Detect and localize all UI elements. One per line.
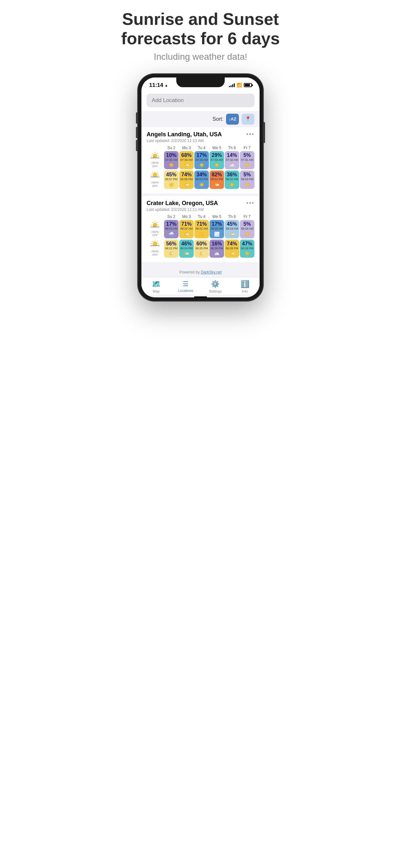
cell-weather-icon: ☀️	[244, 162, 250, 167]
location-header-0: Angels Landing, Utah, USA •••	[147, 131, 254, 138]
location-more-1[interactable]: •••	[246, 200, 254, 207]
forecast-cell-sunrise-1-3[interactable]: 17% 08:20 AM 🌫️	[210, 220, 224, 238]
forecast-cell-sunrise-1-1[interactable]: 71% 08:22 AM 🌤️	[179, 220, 194, 238]
locations-container: Angels Landing, Utah, USA ••• Last updat…	[142, 127, 259, 262]
cell-pct: 71%	[196, 221, 207, 227]
cell-pct: 17%	[166, 221, 176, 227]
tab-locations[interactable]: ☰ Locations	[171, 280, 201, 293]
info-icon: ℹ️	[241, 280, 249, 288]
forecast-cell-sunset-0-4[interactable]: 36% 06:02 PM ☀️	[225, 170, 239, 189]
locations-icon: ☰	[183, 280, 189, 288]
forecast-cell-sunrise-0-2[interactable]: 17% 07:33 AM ☀️	[194, 151, 209, 169]
phone-frame: 11:14 ▲ 📶 Sort:	[137, 73, 264, 302]
tab-info[interactable]: ℹ️ Info	[230, 280, 260, 293]
forecast-cell-sunset-1-2[interactable]: 60% 06:25 PM 🌤️	[194, 240, 209, 258]
cell-weather-icon: ☀️	[168, 182, 174, 187]
cell-weather-icon: ☀️	[199, 231, 204, 237]
forecast-cell-sunset-0-3[interactable]: 82% 06:01 PM 🌤️	[210, 170, 224, 189]
cell-weather-icon: 🌤️	[184, 231, 189, 237]
forecast-cell-sunset-1-0[interactable]: 56% 06:22 PM 🌤️	[164, 240, 179, 258]
cell-weather-icon: 🌤️	[214, 182, 220, 187]
cell-time: 06:25 PM	[195, 247, 208, 251]
forecast-cell-sunrise-1-4[interactable]: 45% 08:19 AM 🌤️	[225, 220, 239, 238]
forecast-cell-sunrise-1-2[interactable]: 71% 08:21 AM ☀️	[194, 220, 209, 238]
forecast-cell-sunrise-1-0[interactable]: 17% 08:24 AM 🌧️	[164, 220, 179, 238]
cell-time: 08:22 AM	[180, 227, 192, 231]
cell-time: 06:26 PM	[211, 247, 223, 251]
tab-bar: 🗺️ Map ☰ Locations ⚙️ Settings ℹ️ Info	[142, 277, 259, 294]
cell-pct: 60%	[196, 241, 207, 246]
forecast-cell-sunset-0-0[interactable]: 45% 05:57 PM ☀️	[164, 170, 179, 189]
cell-time: 06:28 PM	[226, 247, 238, 251]
search-input[interactable]	[147, 94, 254, 107]
cell-weather-icon: 🌤️	[229, 251, 235, 256]
darksky-link[interactable]: DarkSky.net	[201, 270, 221, 275]
sunrise-sun-icon	[150, 152, 159, 160]
location-updated-1: Last updated: 2/2/2020 11:11 AM	[147, 207, 254, 212]
forecast-cell-sunrise-0-4[interactable]: 14% 07:32 AM 🌥️	[225, 151, 239, 169]
forecast-cell-sunset-0-1[interactable]: 74% 05:58 PM 🌤️	[179, 170, 194, 189]
day-header: Mo 3	[179, 146, 194, 150]
svg-rect-7	[150, 158, 159, 158]
cell-pct: 74%	[227, 241, 237, 246]
day-header: We 5	[210, 214, 224, 219]
tab-settings[interactable]: ⚙️ Settings	[201, 280, 230, 293]
day-header: Th 6	[225, 146, 239, 150]
cell-weather-icon: ☀️	[244, 251, 250, 256]
cell-time: 07:31 AM	[241, 158, 253, 162]
cell-pct: 5%	[243, 221, 251, 227]
cell-pct: 5%	[243, 172, 251, 177]
home-indicator	[194, 297, 207, 298]
forecast-cell-sunset-0-5[interactable]: 5% 06:03 PM ☀️	[240, 170, 254, 189]
cell-weather-icon: ☀️	[244, 231, 250, 237]
forecast-cell-sunset-1-4[interactable]: 74% 06:28 PM 🌤️	[225, 240, 239, 258]
location-name-1: Crater Lake, Oregon, USA	[147, 200, 218, 207]
cell-time: 06:01 PM	[211, 178, 223, 182]
cell-weather-icon: ☀️	[199, 182, 204, 187]
sunset-alerts-label: Alerts OFF	[151, 250, 158, 257]
cell-pct: 36%	[227, 172, 237, 177]
svg-line-6	[157, 153, 158, 154]
forecast-cell-sunrise-0-5[interactable]: 5% 07:31 AM ☀️	[240, 151, 254, 169]
forecast-cell-sunrise-1-5[interactable]: 5% 08:18 AM ☀️	[240, 220, 254, 238]
day-header: Tu 4	[194, 214, 209, 219]
cell-pct: 16%	[212, 241, 222, 246]
svg-point-9	[153, 173, 157, 177]
cell-pct: 45%	[166, 172, 176, 177]
tab-map[interactable]: 🗺️ Map	[142, 280, 171, 293]
cell-pct: 29%	[212, 153, 222, 158]
page-subtitle: Including weather data!	[154, 52, 247, 62]
forecast-cell-sunset-1-5[interactable]: 47% 06:29 PM ☀️	[240, 240, 254, 258]
cell-weather-icon: 🌤️	[168, 251, 174, 256]
forecast-cell-sunset-1-1[interactable]: 46% 06:24 PM 🌤️	[179, 240, 194, 258]
svg-line-14	[157, 173, 158, 173]
location-card-0: Angels Landing, Utah, USA ••• Last updat…	[142, 127, 259, 193]
forecast-cell-sunrise-0-0[interactable]: 10% 07:35 AM ☀️	[164, 151, 179, 169]
cell-weather-icon: 🌤️	[184, 182, 189, 187]
svg-line-22	[157, 222, 158, 223]
svg-rect-23	[150, 227, 159, 227]
cell-weather-icon: ☀️	[244, 182, 250, 187]
forecast-cell-sunset-0-2[interactable]: 34% 05:59 PM ☀️	[194, 170, 209, 189]
tab-info-label: Info	[242, 289, 248, 293]
forecast-cell-sunrise-0-1[interactable]: 68% 07:34 AM 🌤️	[179, 151, 194, 169]
phone-screen: 11:14 ▲ 📶 Sort:	[142, 78, 259, 298]
forecast-row-sunrise-1: Alerts OFF 17% 08:24 AM 🌧️ 71% 08:22 AM …	[147, 220, 254, 238]
cell-time: 08:18 AM	[241, 227, 253, 231]
cell-weather-icon: 🌥️	[229, 162, 235, 167]
sort-pin-button[interactable]: 📍	[242, 114, 254, 125]
powered-by: Powered by DarkSky.net	[142, 265, 259, 277]
cell-time: 05:58 PM	[180, 178, 193, 182]
row-label-sunrise-1: Alerts OFF	[147, 221, 163, 237]
location-more-0[interactable]: •••	[246, 131, 254, 138]
notch	[176, 78, 225, 87]
forecast-cell-sunset-1-3[interactable]: 16% 06:26 PM 🌥️	[210, 240, 224, 258]
cell-weather-icon: ☀️	[214, 162, 220, 167]
location-name-0: Angels Landing, Utah, USA	[147, 131, 222, 138]
row-label-sunset-0: Alerts OFF	[147, 172, 163, 188]
sort-az-button[interactable]: ↓AZ	[226, 114, 239, 125]
forecast-cell-sunrise-0-3[interactable]: 29% 07:33 AM ☀️	[210, 151, 224, 169]
cell-weather-icon: ☀️	[199, 162, 204, 167]
location-arrow-icon: ▲	[164, 83, 168, 87]
wifi-icon: 📶	[237, 83, 242, 88]
